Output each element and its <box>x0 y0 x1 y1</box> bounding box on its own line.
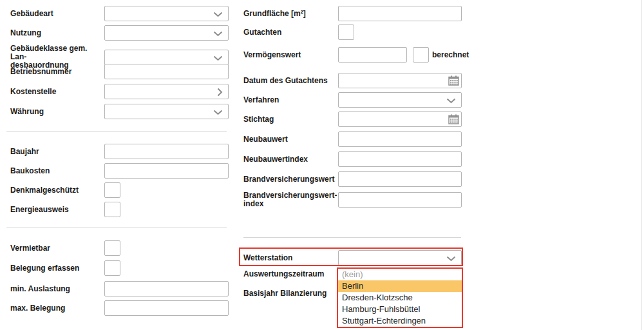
min-auslastung-input[interactable] <box>104 281 229 296</box>
verfahren-label: Verfahren <box>243 96 338 104</box>
row-wetterstation: Wetterstation <box>243 250 462 266</box>
chevron-down-icon <box>446 256 456 262</box>
building-data-form: Gebäudeart Nutzung Gebäudeklasse gem. La… <box>0 0 644 330</box>
row-auswertungszeitraum: Auswertungszeitraum <box>243 270 338 278</box>
wetterstation-label: Wetterstation <box>243 254 338 262</box>
row-verfahren: Verfahren <box>243 92 462 108</box>
chevron-down-icon <box>213 110 223 115</box>
betriebsnummer-label: Betriebsnummer <box>10 68 104 76</box>
berechnet-checkbox[interactable] <box>413 47 429 63</box>
wetterstation-select[interactable] <box>338 250 462 266</box>
row-baukosten: Baukosten <box>10 163 229 179</box>
max-belegung-input[interactable] <box>104 300 229 316</box>
chevron-down-icon <box>446 98 456 104</box>
row-brandversicherungswert: Brandversicherungswert <box>243 171 462 187</box>
row-waehrung: Währung <box>10 104 229 119</box>
row-vermoegenswert: Vermögenswert berechnet <box>243 47 469 63</box>
nutzung-label: Nutzung <box>10 29 104 37</box>
brandversicherungswert-label: Brandversicherungswert <box>243 175 338 184</box>
baukosten-label: Baukosten <box>10 167 104 175</box>
kostenstelle-label: Kostenstelle <box>10 88 104 96</box>
row-grundflaeche: Grundfläche [m²] <box>243 6 462 21</box>
chevron-right-icon <box>217 88 223 97</box>
stichtag-date-input[interactable] <box>338 112 462 127</box>
berechnet-label: berechnet <box>432 50 469 59</box>
row-vermietbar: Vermietbar <box>10 240 120 256</box>
row-denkmalgeschuetzt: Denkmalgeschützt <box>10 182 120 198</box>
basisjahr-bilanzierung-label: Basisjahr Bilanzierung <box>243 289 338 298</box>
denkmalgeschuetzt-checkbox[interactable] <box>104 182 120 198</box>
gutachten-label: Gutachten <box>243 28 338 37</box>
wetterstation-dropdown-list: (kein) Berlin Dresden-Klotzsche Hamburg-… <box>337 267 463 328</box>
neubauwert-label: Neubauwert <box>243 135 338 144</box>
neubauwertindex-label: Neubauwertindex <box>243 155 338 164</box>
wetterstation-option-dresden-klotzsche[interactable]: Dresden-Klotzsche <box>338 292 462 304</box>
row-neubauwertindex: Neubauwertindex <box>243 151 462 167</box>
gebaeudeart-label: Gebäudeart <box>10 10 104 18</box>
denkmalgeschuetzt-label: Denkmalgeschützt <box>10 186 104 195</box>
row-gebaeudeart: Gebäudeart <box>10 6 229 21</box>
waehrung-label: Währung <box>10 108 104 116</box>
datum-des-gutachtens-date-input[interactable] <box>338 73 462 88</box>
wetterstation-option-hamburg-fuhlsbuettel[interactable]: Hamburg-Fuhlsbüttel <box>338 304 462 315</box>
brandversicherungswert-input[interactable] <box>338 171 462 187</box>
right-section-divider <box>243 237 461 238</box>
row-energieausweis: Energieausweis <box>10 202 120 217</box>
chevron-down-icon <box>213 55 223 61</box>
vermietbar-label: Vermietbar <box>10 244 104 253</box>
chevron-down-icon <box>213 31 223 37</box>
row-baujahr: Baujahr <box>10 144 229 159</box>
gebaeudeart-select[interactable] <box>104 6 229 21</box>
row-basisjahr-bilanzierung: Basisjahr Bilanzierung <box>243 289 338 298</box>
baukosten-input[interactable] <box>104 163 229 179</box>
min-auslastung-label: min. Auslastung <box>10 285 104 293</box>
stichtag-label: Stichtag <box>243 115 338 124</box>
left-section-divider <box>6 131 227 132</box>
betriebsnummer-input[interactable] <box>104 64 229 79</box>
row-kostenstelle: Kostenstelle <box>10 84 229 99</box>
calendar-icon[interactable] <box>448 114 459 124</box>
viewport-edge-line <box>641 0 642 330</box>
brandversicherungswertindex-input[interactable] <box>338 192 462 208</box>
auswertungszeitraum-label: Auswertungszeitraum <box>243 270 338 278</box>
row-neubauwert: Neubauwert <box>243 131 462 147</box>
vermietbar-checkbox[interactable] <box>104 240 120 256</box>
row-betriebsnummer: Betriebsnummer <box>10 64 229 79</box>
left-section-divider <box>6 228 227 228</box>
datum-des-gutachtens-label: Datum des Gutachtens <box>243 77 338 85</box>
row-max-belegung: max. Belegung <box>10 300 229 316</box>
energieausweis-checkbox[interactable] <box>104 202 120 217</box>
row-brandversicherungswertindex: Brandversicherungswert- index <box>243 191 462 208</box>
baujahr-label: Baujahr <box>10 148 104 156</box>
grundflaeche-input[interactable] <box>338 6 462 21</box>
verfahren-select[interactable] <box>338 92 462 108</box>
kostenstelle-lookup-field[interactable] <box>104 84 229 99</box>
row-stichtag: Stichtag <box>243 112 462 127</box>
grundflaeche-label: Grundfläche [m²] <box>243 10 338 18</box>
calendar-icon[interactable] <box>448 75 459 86</box>
baujahr-input[interactable] <box>104 144 229 159</box>
wetterstation-option-berlin[interactable]: Berlin <box>338 280 462 292</box>
row-datum-des-gutachtens: Datum des Gutachtens <box>243 73 462 88</box>
row-belegung-erfassen: Belegung erfassen <box>10 260 120 276</box>
row-gutachten: Gutachten <box>243 24 354 40</box>
energieausweis-label: Energieausweis <box>10 206 104 214</box>
row-min-auslastung: min. Auslastung <box>10 281 229 296</box>
belegung-erfassen-checkbox[interactable] <box>104 260 120 276</box>
chevron-down-icon <box>213 12 223 17</box>
gutachten-checkbox[interactable] <box>338 24 354 40</box>
brandversicherungswertindex-label: Brandversicherungswert- index <box>243 191 338 208</box>
vermoegenswert-label: Vermögenswert <box>243 51 338 59</box>
row-nutzung: Nutzung <box>10 25 229 41</box>
neubauwert-input[interactable] <box>338 131 462 147</box>
nutzung-select[interactable] <box>104 25 229 41</box>
vermoegenswert-input[interactable] <box>338 47 407 63</box>
neubauwertindex-input[interactable] <box>338 151 462 167</box>
gebaeudeklasse-select[interactable] <box>104 50 229 65</box>
wetterstation-option-kein[interactable]: (kein) <box>338 269 462 280</box>
waehrung-select[interactable] <box>104 104 229 119</box>
wetterstation-option-stuttgart-echterdingen[interactable]: Stuttgart-Echterdingen <box>338 315 462 327</box>
belegung-erfassen-label: Belegung erfassen <box>10 264 104 273</box>
max-belegung-label: max. Belegung <box>10 304 104 313</box>
